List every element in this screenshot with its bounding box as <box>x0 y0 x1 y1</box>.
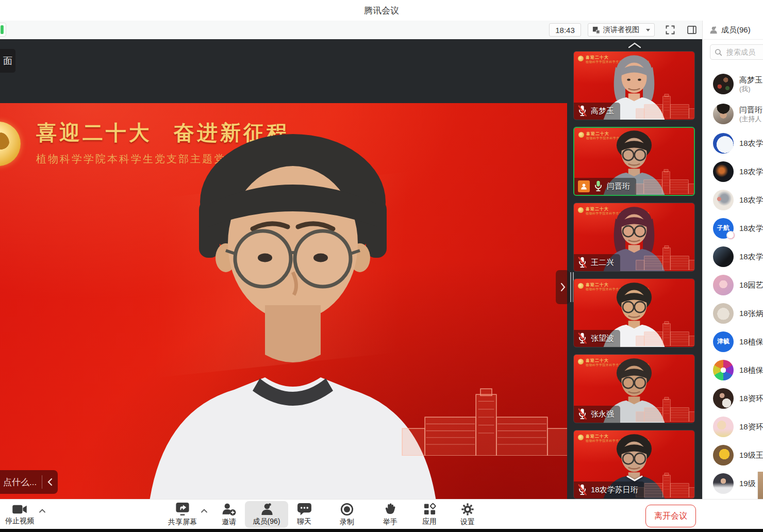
member-text: 18植保 <box>739 365 763 375</box>
bottom-strip <box>0 529 763 532</box>
bottom-toolbar: 离开会议 停止视频共享屏幕邀请成员(96)聊天录制举手应用设置 <box>0 499 763 529</box>
raise-hand-icon <box>384 502 397 516</box>
toolbar-label: 共享屏幕 <box>168 518 197 527</box>
building-graphic <box>401 388 567 456</box>
search-input[interactable] <box>725 47 763 57</box>
member-count-title: 成员(96) <box>721 25 751 35</box>
mic-muted-icon <box>577 105 587 117</box>
share-screen-icon <box>175 502 190 516</box>
building-graphic <box>636 397 695 422</box>
avatar <box>713 161 734 182</box>
mic-muted-icon <box>577 332 587 344</box>
member-text: 18农学 <box>739 252 763 261</box>
member-row[interactable]: 18资环 <box>703 384 763 412</box>
toolbar-invite-button[interactable]: 邀请 <box>207 501 251 528</box>
toolbar-record-button[interactable]: 录制 <box>325 501 369 528</box>
view-mode-select[interactable]: 演讲者视图 <box>588 23 655 37</box>
toolbar-raise-hand-button[interactable]: 举手 <box>369 501 412 528</box>
avatar <box>713 303 734 324</box>
member-name: 闫晋珩 <box>739 105 762 114</box>
member-row[interactable]: 高梦玉(我) <box>703 69 763 99</box>
avatar <box>713 388 734 409</box>
leave-meeting-button[interactable]: 离开会议 <box>645 505 696 527</box>
member-row[interactable]: 18农学 <box>703 157 763 186</box>
avatar <box>713 275 734 295</box>
apps-icon <box>423 503 436 516</box>
window-title: 腾讯会议 <box>364 5 399 16</box>
party-emblem-icon <box>578 359 584 364</box>
thumbnail-name-bar: 18农学苏日珩 <box>574 481 644 498</box>
member-row[interactable]: 18资环 <box>703 412 763 441</box>
member-text: 闫晋珩(主持人 <box>739 105 762 123</box>
member-text: 18园艺 <box>739 280 763 290</box>
member-panel-header: 成员(96) <box>703 21 763 40</box>
toolbar-members-button[interactable]: 成员(96) <box>245 501 288 528</box>
avatar <box>713 445 734 466</box>
video-thumbnail[interactable]: 喜迎二十大植物科学学院本科学生党支部主题党日活动闫晋珩 <box>573 127 695 196</box>
members-icon <box>260 503 274 516</box>
member-row[interactable]: 津毓18植保 <box>703 327 763 356</box>
share-tooltip: 面 <box>0 49 15 73</box>
member-row[interactable]: 子航18农学 <box>703 214 763 242</box>
toolbar-apps-button[interactable]: 应用 <box>408 501 451 528</box>
chat-hint-bubble[interactable]: 点什么... <box>0 470 58 494</box>
toolbar-label: 应用 <box>422 517 437 526</box>
toolbar-label: 停止视频 <box>5 517 34 526</box>
video-thumbnail[interactable]: 喜迎二十大植物科学学院本科学生党支部主题党日活动张永强 <box>573 354 695 423</box>
search-icon <box>715 48 722 56</box>
settings-icon <box>461 503 474 516</box>
video-thumbnail[interactable]: 喜迎二十大植物科学学院本科学生党支部主题党日活动张望波 <box>573 278 695 347</box>
avatar-badge <box>726 231 735 240</box>
member-row[interactable]: 18植保 <box>703 356 763 384</box>
avatar <box>713 360 734 380</box>
member-search-box[interactable] <box>710 44 763 60</box>
toolbar-label: 设置 <box>460 518 475 527</box>
avatar <box>713 190 734 210</box>
member-text: 18农学 <box>739 138 763 148</box>
toolbar-share-screen-button[interactable]: 共享屏幕 <box>161 501 204 528</box>
avatar: 津毓 <box>713 331 734 352</box>
collapse-thumbnails-button[interactable] <box>556 270 570 304</box>
party-emblem-icon <box>0 122 21 166</box>
avatar <box>713 133 734 154</box>
toolbar-settings-button[interactable]: 设置 <box>446 501 489 528</box>
participant-name: 张望波 <box>591 334 614 343</box>
member-row[interactable]: 18农学 <box>703 129 763 157</box>
scroll-up-icon[interactable] <box>627 42 642 48</box>
toolbar-chat-button[interactable]: 聊天 <box>283 501 326 528</box>
mic-active-icon <box>593 180 603 192</box>
chevron-up-icon[interactable] <box>39 509 46 513</box>
member-text: 19级 <box>739 478 756 488</box>
party-emblem-icon <box>578 283 584 289</box>
member-row[interactable]: 18张炳 <box>703 299 763 327</box>
participant-name: 18农学苏日珩 <box>591 485 638 495</box>
party-emblem-icon <box>578 435 584 440</box>
member-text: 18农学 <box>739 167 763 176</box>
member-row[interactable]: 19级 <box>703 469 763 497</box>
main-speaker-video[interactable]: 喜迎二十大奋进新征程 植物科学学院本科学生党支部主题党日活动 点什么... <box>0 103 567 499</box>
participant-name: 王二兴 <box>591 258 614 268</box>
member-row[interactable]: 18园艺 <box>703 271 763 299</box>
member-role: (我) <box>739 85 762 93</box>
scroll-down-icon[interactable] <box>626 475 643 482</box>
camera-icon <box>12 504 27 515</box>
chevron-up-icon[interactable] <box>201 509 208 513</box>
fullscreen-icon[interactable] <box>664 24 676 36</box>
toolbar-label: 成员(96) <box>253 517 280 526</box>
tencent-meeting-window: 腾讯会议 18:43 演讲者视图 面 <box>0 0 763 532</box>
invite-icon <box>221 503 237 516</box>
sidebar-toggle-icon[interactable] <box>686 24 698 36</box>
member-row[interactable]: 18农学 <box>703 186 763 214</box>
member-name: 18张炳 <box>739 308 763 318</box>
member-name: 18农学 <box>739 252 763 261</box>
avatar <box>713 246 734 267</box>
video-thumbnail[interactable]: 喜迎二十大植物科学学院本科学生党支部主题党日活动18农学苏日珩 <box>573 430 695 499</box>
member-name: 18园艺 <box>739 280 763 290</box>
member-row[interactable]: 闫晋珩(主持人 <box>703 99 763 129</box>
video-thumbnail[interactable]: 喜迎二十大植物科学学院本科学生党支部主题党日活动王二兴 <box>573 203 695 272</box>
member-row[interactable]: 19级王 <box>703 441 763 469</box>
toolbar-camera-button[interactable]: 停止视频 <box>0 501 41 528</box>
video-thumbnail[interactable]: 喜迎二十大植物科学学院本科学生党支部主题党日活动高梦玉 <box>573 51 695 120</box>
member-row[interactable]: 18农学 <box>703 242 763 271</box>
network-signal-icon <box>0 23 6 37</box>
